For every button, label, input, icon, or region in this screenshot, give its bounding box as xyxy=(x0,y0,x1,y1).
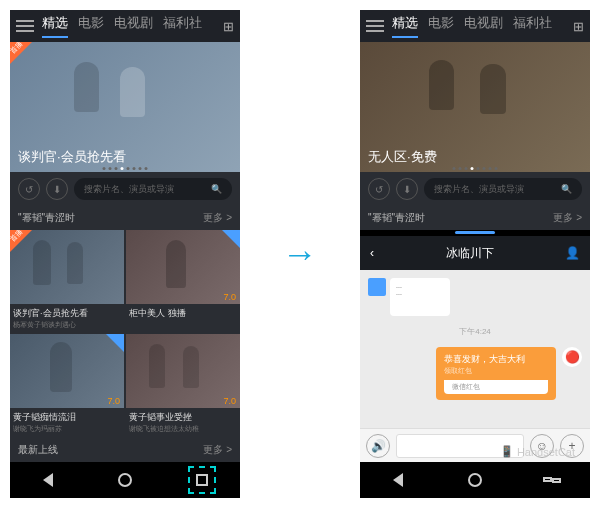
download-icon[interactable]: ⬇ xyxy=(46,178,68,200)
hero-title: 谈判官·会员抢先看 xyxy=(18,148,126,166)
grid-icon[interactable]: ⊞ xyxy=(573,19,584,34)
searchbar: ↺ ⬇ 搜索片名、演员或导演🔍 xyxy=(360,172,590,206)
tab-welfare[interactable]: 福利社 xyxy=(163,14,202,38)
card-row-2: 7.0 黄子韬痴情流泪 谢晓飞为玛丽苏 7.0 黄子韬事业受挫 谢晓飞被迫想法太… xyxy=(10,334,240,438)
navbar xyxy=(360,462,590,498)
video-card[interactable]: 7.0 黄子韬事业受挫 谢晓飞被迫想法太幼稚 xyxy=(126,334,240,438)
topbar: 精选 电影 电视剧 福利社 ⊞ xyxy=(10,10,240,42)
chat-app: ‹ 冰临川下 👤 ······ 下午4:24 恭喜发财，大吉大利 领取红包 微信… xyxy=(360,236,590,462)
tabs: 精选 电影 电视剧 福利社 xyxy=(392,14,573,38)
chat-title: 冰临川下 xyxy=(446,245,494,262)
envelope-title: 恭喜发财，大吉大利 xyxy=(444,353,548,366)
nav-recent-icon[interactable] xyxy=(193,471,211,489)
phone-right: 精选 电影 电视剧 福利社 ⊞ 无人区·免费 ↺ ⬇ 搜索片名、演员或导演🔍 "… xyxy=(360,10,590,498)
search-icon: 🔍 xyxy=(211,184,222,194)
more-link[interactable]: 更多 > xyxy=(203,211,232,225)
pager-dots xyxy=(103,167,148,170)
nav-split-icon[interactable] xyxy=(543,471,561,489)
voice-icon[interactable]: 🔊 xyxy=(366,434,390,458)
section-title: 最新上线 xyxy=(18,443,58,457)
card-row-1: 首播 谈判官·会员抢先看 杨幂黄子韬谈判遇心 7.0 柜中美人 独播 xyxy=(10,230,240,334)
chat-body[interactable]: ······ 下午4:24 恭喜发财，大吉大利 领取红包 微信红包 🔴 xyxy=(360,270,590,428)
back-icon[interactable]: ‹ xyxy=(370,246,374,260)
history-icon[interactable]: ↺ xyxy=(18,178,40,200)
tab-welfare[interactable]: 福利社 xyxy=(513,14,552,38)
history-icon[interactable]: ↺ xyxy=(368,178,390,200)
tab-movies[interactable]: 电影 xyxy=(78,14,104,38)
avatar xyxy=(368,278,386,296)
nav-home-icon[interactable] xyxy=(116,471,134,489)
hero-title: 无人区·免费 xyxy=(368,148,437,166)
section-head-1: "幂韬"青涩时 更多 > xyxy=(10,206,240,230)
nav-back-icon[interactable] xyxy=(389,471,407,489)
grid-icon[interactable]: ⊞ xyxy=(223,19,234,34)
red-envelope[interactable]: 恭喜发财，大吉大利 领取红包 微信红包 🔴 xyxy=(368,347,582,400)
searchbar: ↺ ⬇ 搜索片名、演员或导演🔍 xyxy=(10,172,240,206)
chat-header: ‹ 冰临川下 👤 xyxy=(360,236,590,270)
watermark: 📱HandsetCat xyxy=(500,445,575,458)
search-input[interactable]: 搜索片名、演员或导演🔍 xyxy=(74,178,232,200)
topbar: 精选 电影 电视剧 福利社 ⊞ xyxy=(360,10,590,42)
section-title: "幂韬"青涩时 xyxy=(18,211,75,225)
menu-icon[interactable] xyxy=(366,20,384,32)
video-card[interactable]: 7.0 黄子韬痴情流泪 谢晓飞为玛丽苏 xyxy=(10,334,124,438)
search-icon: 🔍 xyxy=(561,184,572,194)
tab-tv[interactable]: 电视剧 xyxy=(114,14,153,38)
phone-left: 精选 电影 电视剧 福利社 ⊞ 首播 谈判官·会员抢先看 ↺ ⬇ 搜索片名、演员… xyxy=(10,10,240,498)
tab-featured[interactable]: 精选 xyxy=(392,14,418,38)
tabs: 精选 电影 电视剧 福利社 xyxy=(42,14,223,38)
split-handle[interactable] xyxy=(360,230,590,236)
tab-tv[interactable]: 电视剧 xyxy=(464,14,503,38)
menu-icon[interactable] xyxy=(16,20,34,32)
download-icon[interactable]: ⬇ xyxy=(396,178,418,200)
pager-dots xyxy=(453,167,498,170)
nav-back-icon[interactable] xyxy=(39,471,57,489)
video-card[interactable]: 7.0 柜中美人 独播 xyxy=(126,230,240,334)
tab-movies[interactable]: 电影 xyxy=(428,14,454,38)
video-card[interactable]: 首播 谈判官·会员抢先看 杨幂黄子韬谈判遇心 xyxy=(10,230,124,334)
arrow-icon: → xyxy=(282,233,318,275)
timestamp: 下午4:24 xyxy=(368,326,582,337)
profile-icon[interactable]: 👤 xyxy=(565,246,580,260)
more-link[interactable]: 更多 > xyxy=(203,443,232,457)
section-head-1: "幂韬"青涩时 更多 > xyxy=(360,206,590,230)
avatar: 🔴 xyxy=(562,347,582,367)
search-input[interactable]: 搜索片名、演员或导演🔍 xyxy=(424,178,582,200)
nav-home-icon[interactable] xyxy=(466,471,484,489)
section-head-2: 最新上线 更多 > xyxy=(10,438,240,462)
hero-banner[interactable]: 无人区·免费 xyxy=(360,42,590,172)
tab-featured[interactable]: 精选 xyxy=(42,14,68,38)
message-left[interactable]: ······ xyxy=(390,278,450,316)
section-title: "幂韬"青涩时 xyxy=(368,211,425,225)
more-link[interactable]: 更多 > xyxy=(553,211,582,225)
hero-banner[interactable]: 首播 谈判官·会员抢先看 xyxy=(10,42,240,172)
navbar xyxy=(10,462,240,498)
envelope-subtitle: 领取红包 xyxy=(444,366,548,376)
envelope-footer: 微信红包 xyxy=(444,380,548,394)
